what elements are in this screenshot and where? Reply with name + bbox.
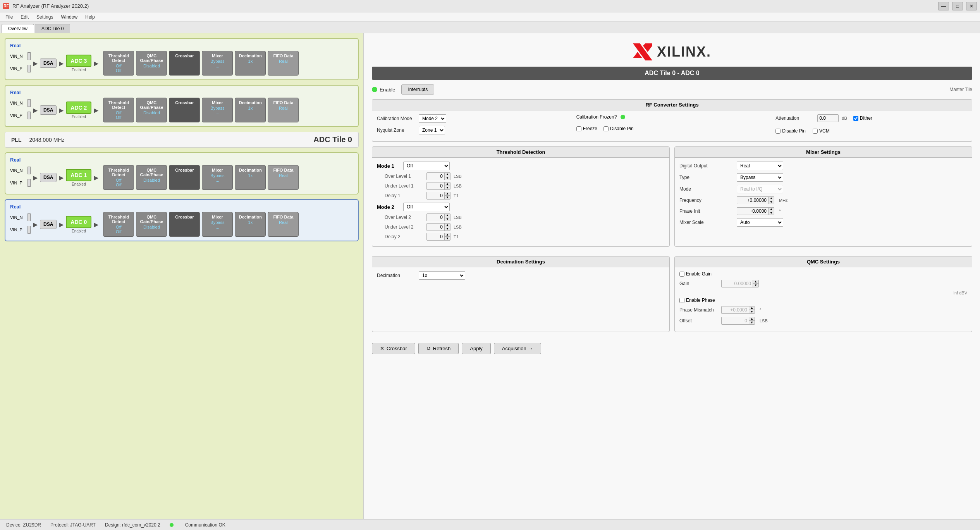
nyquist-zone-select[interactable]: Zone 1 <box>419 126 445 134</box>
adc0-qmc[interactable]: QMCGain/Phase Disabled <box>136 212 167 237</box>
nyquist-zone-label: Nyquist Zone <box>377 127 416 133</box>
decimation-select[interactable]: 1x <box>419 271 465 280</box>
calibration-frozen-indicator <box>621 115 625 119</box>
attenuation-unit: dB <box>842 116 847 120</box>
mixer-scale-select[interactable]: Auto <box>737 218 783 227</box>
adc2-mixer[interactable]: Mixer Bypass... <box>202 98 233 122</box>
adc2-threshold[interactable]: ThresholdDetect OffOff <box>103 98 134 122</box>
adc2-crossbar[interactable]: Crossbar <box>169 98 200 122</box>
adc1-threshold[interactable]: ThresholdDetect OffOff <box>103 165 134 190</box>
adc0-fifo[interactable]: FIFO Data Real <box>268 212 299 237</box>
gain-label: Gain <box>679 281 718 286</box>
mode1-select[interactable]: Off <box>403 162 450 170</box>
offset-label: Offset <box>679 318 718 324</box>
enable-gain-checkbox[interactable] <box>679 272 684 277</box>
under-level1-input[interactable]: ▲▼ <box>426 182 450 190</box>
minimize-button[interactable]: — <box>938 2 949 10</box>
maximize-button[interactable]: □ <box>952 2 963 10</box>
adc3-threshold[interactable]: ThresholdDetect OffOff <box>103 51 134 76</box>
interrupts-button[interactable]: Interrupts <box>401 84 434 95</box>
acquisition-button[interactable]: Acquisition → <box>494 343 541 354</box>
menu-help[interactable]: Help <box>81 14 99 21</box>
adc0-row[interactable]: Real VIN_N VIN_P ▶ DSA ▶ ADC 0 Enabled <box>5 199 359 241</box>
freeze-checkbox[interactable] <box>576 126 581 131</box>
enable-row: Enable Interrupts Master Tile <box>372 84 972 95</box>
menu-settings[interactable]: Settings <box>33 14 57 21</box>
adc1-chip[interactable]: ADC 1 <box>66 169 91 181</box>
adc1-row[interactable]: Real VIN_N VIN_P ▶ DSA ▶ ADC 1 Enabled <box>5 152 359 194</box>
menu-edit[interactable]: Edit <box>17 14 33 21</box>
status-protocol: Protocol: JTAG-UART <box>50 522 96 528</box>
dither-checkbox[interactable] <box>853 116 858 121</box>
adc2-fifo[interactable]: FIFO Data Real <box>268 98 299 122</box>
over-level1-input[interactable]: ▲▼ <box>426 172 450 180</box>
rf-converter-title: RF Converter Settings <box>372 100 972 110</box>
attenuation-input[interactable] <box>817 114 839 122</box>
adc3-mixer[interactable]: Mixer Bypass... <box>202 51 233 76</box>
adc1-fifo[interactable]: FIFO Data Real <box>268 165 299 190</box>
adc2-qmc[interactable]: QMCGain/Phase Disabled <box>136 98 167 122</box>
menu-file[interactable]: File <box>2 14 17 21</box>
delay1-input[interactable]: ▲▼ <box>426 192 450 200</box>
adc2-decimation[interactable]: Decimation 1x <box>235 98 266 122</box>
communication-ok-icon <box>170 523 174 527</box>
adc3-decimation[interactable]: Decimation 1x <box>235 51 266 76</box>
offset-input[interactable]: ▲▼ <box>721 317 755 325</box>
vcm-checkbox[interactable] <box>813 129 818 134</box>
digital-output-select[interactable]: Real <box>737 162 783 170</box>
adc1-qmc[interactable]: QMCGain/Phase Disabled <box>136 165 167 190</box>
phase-init-input[interactable]: ▲▼ <box>737 207 774 215</box>
over-level2-input[interactable]: ▲▼ <box>426 213 450 221</box>
adc3-row[interactable]: Real VIN_N VIN_P ▶ DSA ▶ ADC 3 Enabled <box>5 38 359 80</box>
crossbar-button[interactable]: ✕ Crossbar <box>372 343 415 354</box>
adc2-chip[interactable]: ADC 2 <box>66 102 91 114</box>
adc1-input: VIN_N VIN_P <box>10 167 31 188</box>
adc1-mixer[interactable]: Mixer Bypass... <box>202 165 233 190</box>
adc3-crossbar[interactable]: Crossbar <box>169 51 200 76</box>
refresh-button[interactable]: ↺ Refresh <box>418 343 459 354</box>
frequency-label: Frequency <box>679 198 734 203</box>
frequency-input[interactable]: ▲▼ <box>737 196 774 204</box>
under-level2-input[interactable]: ▲▼ <box>426 223 450 231</box>
decimation-label: Decimation <box>377 273 416 278</box>
enable-phase-checkbox[interactable] <box>679 298 684 303</box>
phase-init-label: Phase Init <box>679 208 734 214</box>
adc2-blocks: ThresholdDetect OffOff QMCGain/Phase Dis… <box>103 98 299 122</box>
adc3-qmc[interactable]: QMCGain/Phase Disabled <box>136 51 167 76</box>
decimation-settings-section: Decimation Settings Decimation 1x <box>372 256 670 332</box>
tab-overview[interactable]: Overview <box>2 24 34 33</box>
disable-pin1-checkbox[interactable] <box>603 126 609 131</box>
menu-window[interactable]: Window <box>57 14 81 21</box>
adc0-crossbar[interactable]: Crossbar <box>169 212 200 237</box>
apply-button[interactable]: Apply <box>462 343 491 354</box>
adc3-chip[interactable]: ADC 3 <box>66 55 91 67</box>
phase-mismatch-label: Phase Mismatch <box>679 307 718 313</box>
pll-label: PLL <box>11 137 21 143</box>
mixer-title: Mixer Settings <box>675 147 972 158</box>
adc0-dsa: DSA <box>40 220 57 229</box>
digital-output-label: Digital Output <box>679 163 734 169</box>
adc2-row[interactable]: Real VIN_N VIN_P ▶ DSA ▶ ADC 2 Enabled <box>5 85 359 127</box>
mode2-select[interactable]: Off <box>403 203 450 211</box>
adc1-vin-p: VIN_P <box>10 181 26 185</box>
over-level2-label: Over Level 2 <box>385 215 423 220</box>
adc0-chip[interactable]: ADC 0 <box>66 216 91 228</box>
adc0-decimation[interactable]: Decimation 1x <box>235 212 266 237</box>
delay2-input[interactable]: ▲▼ <box>426 233 450 241</box>
adc1-crossbar[interactable]: Crossbar <box>169 165 200 190</box>
calibration-mode-select[interactable]: Mode 2 <box>419 114 446 123</box>
adc1-decimation[interactable]: Decimation 1x <box>235 165 266 190</box>
phase-mismatch-input[interactable]: ▲▼ <box>721 306 755 314</box>
delay2-label: Delay 2 <box>385 234 423 239</box>
gain-input[interactable]: ▲▼ <box>721 280 759 287</box>
adc0-mixer[interactable]: Mixer Bypass... <box>202 212 233 237</box>
mixer-type-select[interactable]: Bypass <box>737 173 783 182</box>
disable-pin2-checkbox[interactable] <box>775 129 781 134</box>
acquisition-arrow-icon: → <box>528 346 533 351</box>
main-content: Real VIN_N VIN_P ▶ DSA ▶ ADC 3 Enabled <box>0 33 980 519</box>
tab-adc-tile0[interactable]: ADC Tile 0 <box>35 24 70 33</box>
close-button[interactable]: ✕ <box>966 2 977 10</box>
adc0-threshold[interactable]: ThresholdDetect OffOff <box>103 212 134 237</box>
adc3-fifo[interactable]: FIFO Data Real <box>268 51 299 76</box>
mixer-mode-select[interactable]: Real to I/Q <box>737 185 783 193</box>
